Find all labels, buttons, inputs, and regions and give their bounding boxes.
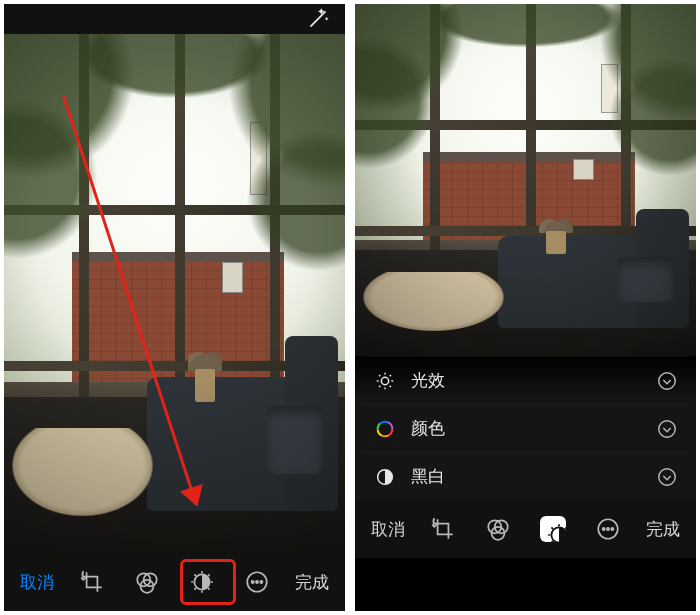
svg-point-6 xyxy=(256,581,258,583)
crop-rotate-icon xyxy=(430,516,456,542)
more-icon xyxy=(244,569,270,595)
adjust-icon xyxy=(540,516,566,542)
phone-left: 取消 完成 xyxy=(4,4,345,611)
light-label: 光效 xyxy=(411,369,642,392)
more-button[interactable] xyxy=(229,553,284,611)
cancel-label: 取消 xyxy=(371,518,405,541)
done-button[interactable]: 完成 xyxy=(284,553,339,611)
more-button[interactable] xyxy=(580,500,635,558)
adjustments-panel: 光效 颜色 黑白 xyxy=(355,356,696,500)
crop-rotate-icon xyxy=(79,569,105,595)
adjust-button[interactable] xyxy=(174,553,229,611)
filters-icon xyxy=(485,516,511,542)
color-icon xyxy=(373,417,397,441)
svg-point-16 xyxy=(659,420,676,437)
svg-point-25 xyxy=(607,528,609,530)
adjust-row-light[interactable]: 光效 xyxy=(363,356,688,404)
more-icon xyxy=(595,516,621,542)
crop-button[interactable] xyxy=(65,553,120,611)
topbar-left xyxy=(4,4,345,34)
phone-right: 光效 颜色 黑白 取消 xyxy=(355,4,696,611)
svg-point-18 xyxy=(659,468,676,485)
cancel-button[interactable]: 取消 xyxy=(361,500,416,558)
filters-icon xyxy=(134,569,160,595)
svg-point-8 xyxy=(381,377,388,384)
svg-point-9 xyxy=(659,372,676,389)
done-label: 完成 xyxy=(646,518,680,541)
chevron-down-icon xyxy=(656,465,678,489)
svg-point-7 xyxy=(260,581,262,583)
adjust-icon xyxy=(189,569,215,595)
crop-button[interactable] xyxy=(416,500,471,558)
cancel-label: 取消 xyxy=(20,571,54,594)
color-label: 颜色 xyxy=(411,417,642,440)
toolbar-left: 取消 完成 xyxy=(4,553,345,611)
svg-point-24 xyxy=(602,528,604,530)
magic-wand-icon[interactable] xyxy=(305,6,331,32)
filters-button[interactable] xyxy=(471,500,526,558)
done-button[interactable]: 完成 xyxy=(635,500,690,558)
done-label: 完成 xyxy=(295,571,329,594)
light-icon xyxy=(373,369,397,393)
photo-right xyxy=(355,4,696,356)
adjust-button-active[interactable] xyxy=(525,500,580,558)
photo-left xyxy=(4,34,345,553)
svg-point-5 xyxy=(251,581,253,583)
chevron-down-icon xyxy=(656,369,678,393)
svg-point-26 xyxy=(611,528,613,530)
bw-label: 黑白 xyxy=(411,465,642,488)
filters-button[interactable] xyxy=(120,553,175,611)
bw-icon xyxy=(373,465,397,489)
adjust-row-color[interactable]: 颜色 xyxy=(363,404,688,452)
chevron-down-icon xyxy=(656,417,678,441)
cancel-button[interactable]: 取消 xyxy=(10,553,65,611)
adjust-row-bw[interactable]: 黑白 xyxy=(363,452,688,500)
toolbar-right: 取消 完成 xyxy=(355,500,696,558)
